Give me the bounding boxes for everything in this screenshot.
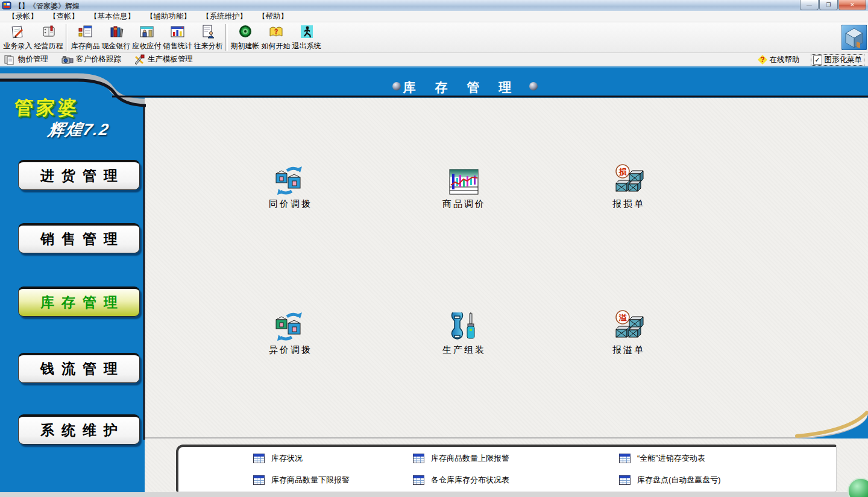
cash-bank-icon bbox=[108, 24, 124, 40]
close-button[interactable]: ✕ bbox=[838, 0, 866, 10]
menu-system-maintenance[interactable]: 【系统维护】 bbox=[197, 11, 253, 22]
inventory-icon bbox=[78, 24, 93, 40]
module-overflow-report[interactable]: 溢 报溢单 bbox=[589, 298, 668, 356]
module-goods-price-adjust[interactable]: 商品调价 bbox=[424, 152, 504, 210]
table-icon bbox=[619, 475, 631, 485]
menu-help[interactable]: 【帮助】 bbox=[253, 11, 294, 22]
menu-record[interactable]: 【录帐】 bbox=[2, 11, 43, 22]
sales-stats-icon bbox=[170, 24, 186, 40]
sphere-icon bbox=[392, 82, 401, 90]
toolbar-business-entry[interactable]: 业务录入 bbox=[2, 24, 33, 51]
notepad-pen-icon bbox=[10, 24, 26, 40]
subtoolbar-customer-price-tracking[interactable]: 客户价格跟踪 bbox=[60, 54, 121, 65]
table-icon bbox=[253, 454, 265, 463]
reports-panel: 库存状况 库存商品数量上限报警 “全能”进销存变动表 bbox=[176, 445, 837, 492]
sidebar-item-system[interactable]: 系统维护 bbox=[18, 414, 140, 445]
svg-text:?: ? bbox=[760, 55, 764, 64]
diff-price-transfer-icon bbox=[274, 311, 307, 341]
window-title: 【】《管家婆》辉煌 bbox=[14, 1, 80, 11]
toolbar-exit-system[interactable]: 退出系统 bbox=[291, 24, 322, 51]
toolbar-inventory-goods[interactable]: 库存商品 bbox=[70, 24, 101, 51]
tools-icon bbox=[133, 54, 145, 65]
module-loss-report[interactable]: 损 报损单 bbox=[589, 152, 668, 210]
brand-version: 辉煌7.2 bbox=[46, 119, 112, 141]
menu-basic-info[interactable]: 【基本信息】 bbox=[84, 11, 140, 22]
svg-text:损: 损 bbox=[618, 167, 627, 176]
graphical-menu-toggle[interactable]: ✓ 图形化菜单 bbox=[811, 54, 865, 66]
toolbar-initial-accounts[interactable]: 期初建帐 bbox=[230, 24, 260, 51]
toolbar-receivable-payable[interactable]: 应收应付 bbox=[131, 24, 162, 51]
sidebar-item-cashflow[interactable]: 钱流管理 bbox=[18, 353, 140, 383]
toolbar-cash-bank[interactable]: 现金银行 bbox=[101, 24, 131, 51]
brand-name: 管家婆 bbox=[14, 95, 81, 121]
report-inventory-status[interactable]: 库存状况 bbox=[253, 453, 303, 464]
table-icon bbox=[413, 475, 424, 485]
loss-report-icon: 损 bbox=[612, 164, 645, 195]
report-upper-limit-alert[interactable]: 库存商品数量上限报警 bbox=[413, 453, 509, 464]
window-controls: — ❐ ✕ bbox=[799, 0, 866, 10]
report-allround-change-table[interactable]: “全能”进销存变动表 bbox=[619, 453, 705, 464]
module-production-assembly[interactable]: 生产组装 bbox=[424, 298, 504, 356]
svg-text:?: ? bbox=[274, 28, 278, 35]
subtoolbar-production-template[interactable]: 生产模板管理 bbox=[133, 54, 193, 65]
toolbar-separator bbox=[66, 24, 68, 51]
receivable-payable-icon bbox=[139, 24, 155, 40]
main-toolbar: 业务录入 经营历程 库存商品 bbox=[0, 22, 868, 53]
window-bottom-edge bbox=[0, 492, 868, 497]
toolbar-contacts-analysis[interactable]: 往来分析 bbox=[193, 24, 224, 51]
brand-cube-logo bbox=[841, 25, 867, 50]
camera-icon bbox=[60, 54, 74, 65]
toolbar-business-history[interactable]: 经营历程 bbox=[33, 24, 64, 51]
report-warehouse-distribution[interactable]: 各仓库库存分布状况表 bbox=[413, 475, 509, 486]
sphere-icon bbox=[529, 82, 538, 90]
minimize-button[interactable]: — bbox=[800, 0, 819, 10]
module-same-price-transfer[interactable]: 同价调拨 bbox=[251, 152, 330, 210]
toolbar-separator bbox=[225, 24, 228, 51]
toolbar-how-to-start[interactable]: ? 如何开始 bbox=[260, 24, 291, 51]
menu-query[interactable]: 【查帐】 bbox=[43, 11, 84, 22]
secondary-toolbar: 物价管理 客户价格跟踪 生产模板管理 ? bbox=[0, 53, 868, 66]
how-to-start-icon: ? bbox=[268, 24, 284, 40]
assembly-tools-icon bbox=[449, 312, 479, 341]
overflow-report-icon: 溢 bbox=[612, 310, 645, 341]
copy-pages-icon bbox=[4, 54, 16, 65]
title-bar: 【】《管家婆》辉煌 — ❐ ✕ bbox=[0, 0, 868, 11]
page-title: 库 存 管 理 bbox=[341, 79, 582, 96]
table-icon bbox=[413, 454, 424, 463]
help-question-icon: ? bbox=[758, 55, 767, 65]
ledger-icon bbox=[41, 24, 57, 40]
report-stocktake[interactable]: 库存盘点(自动盘赢盘亏) bbox=[619, 475, 721, 486]
menu-bar: 【录帐】 【查帐】 【基本信息】 【辅助功能】 【系统维护】 【帮助】 bbox=[0, 11, 868, 22]
content-panel bbox=[145, 98, 868, 438]
sidebar-item-sales[interactable]: 销售管理 bbox=[18, 223, 140, 253]
report-lower-limit-alert[interactable]: 库存商品数量下限报警 bbox=[253, 475, 350, 486]
sidebar-item-purchase[interactable]: 进货管理 bbox=[18, 160, 140, 190]
contacts-analysis-icon bbox=[201, 24, 216, 40]
application-window: 【】《管家婆》辉煌 — ❐ ✕ 【录帐】 【查帐】 【基本信息】 【辅助功能】 … bbox=[0, 0, 868, 497]
table-icon bbox=[253, 475, 265, 485]
initial-account-icon bbox=[237, 24, 253, 40]
restore-button[interactable]: ❐ bbox=[819, 0, 838, 10]
price-adjust-chart-icon bbox=[449, 169, 479, 195]
subtoolbar-right-group: ? 在线帮助 ✓ 图形化菜单 bbox=[758, 53, 865, 66]
sidebar-item-inventory[interactable]: 库存管理 bbox=[18, 286, 140, 317]
graphical-menu-checkbox[interactable]: ✓ bbox=[813, 55, 822, 65]
online-help-link[interactable]: ? 在线帮助 bbox=[758, 55, 800, 65]
subtoolbar-price-management[interactable]: 物价管理 bbox=[4, 54, 48, 65]
app-icon bbox=[2, 1, 11, 10]
module-diff-price-transfer[interactable]: 异价调拨 bbox=[251, 298, 330, 356]
toolbar-sales-statistics[interactable]: 销售统计 bbox=[162, 24, 193, 51]
table-icon bbox=[619, 454, 631, 463]
menu-aux-functions[interactable]: 【辅助功能】 bbox=[140, 11, 197, 22]
exit-icon bbox=[299, 24, 315, 40]
svg-text:溢: 溢 bbox=[619, 313, 627, 322]
same-price-transfer-icon bbox=[274, 165, 307, 195]
